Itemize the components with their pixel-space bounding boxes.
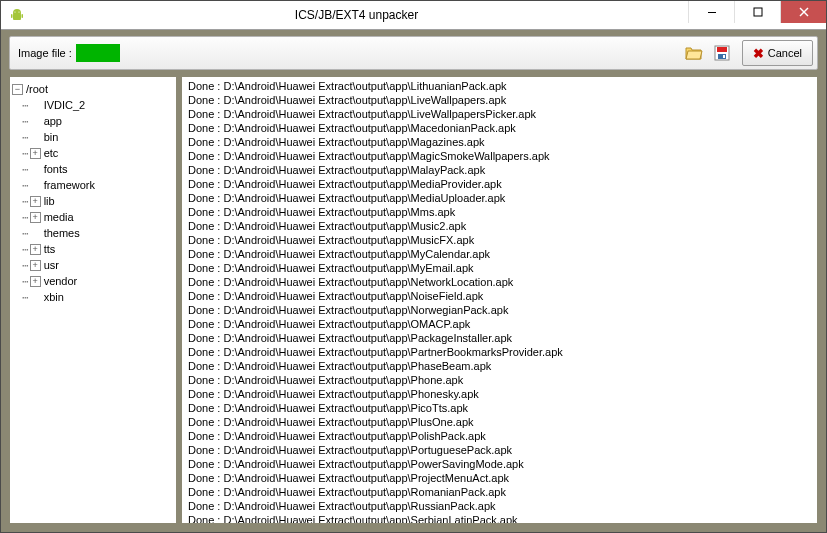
cancel-label: Cancel — [768, 47, 802, 59]
log-line: Done : D:\Android\Huawei Extract\output\… — [188, 219, 811, 233]
cancel-x-icon: ✖ — [753, 46, 764, 61]
svg-rect-13 — [723, 55, 725, 58]
tree-line-icon: ⋯ — [22, 291, 28, 304]
tree-line-icon: ⋯ — [22, 195, 28, 208]
log-line: Done : D:\Android\Huawei Extract\output\… — [188, 485, 811, 499]
tree-spacer — [30, 228, 41, 239]
tree-spacer — [30, 180, 41, 191]
expand-icon[interactable]: + — [30, 244, 41, 255]
expand-icon[interactable]: + — [30, 148, 41, 159]
log-line: Done : D:\Android\Huawei Extract\output\… — [188, 261, 811, 275]
tree-root[interactable]: −/root — [12, 81, 174, 97]
expand-icon[interactable]: + — [30, 260, 41, 271]
tree-line-icon: ⋯ — [22, 99, 28, 112]
expand-icon[interactable]: + — [30, 276, 41, 287]
app-window: ICS/JB/EXT4 unpacker Image file : ✖ Canc… — [0, 0, 827, 533]
tree-item[interactable]: ⋯IVDIC_2 — [12, 97, 174, 113]
tree-line-icon: ⋯ — [22, 163, 28, 176]
tree-item-label: etc — [44, 147, 59, 159]
log-line: Done : D:\Android\Huawei Extract\output\… — [188, 345, 811, 359]
log-output[interactable]: Done : D:\Android\Huawei Extract\output\… — [181, 76, 818, 524]
save-button[interactable] — [709, 40, 735, 66]
svg-rect-3 — [22, 14, 24, 18]
svg-rect-1 — [13, 14, 21, 20]
svg-rect-6 — [708, 12, 716, 13]
log-line: Done : D:\Android\Huawei Extract\output\… — [188, 457, 811, 471]
svg-rect-2 — [11, 14, 13, 18]
progress-indicator — [76, 44, 120, 62]
expand-icon[interactable]: + — [30, 196, 41, 207]
tree-item[interactable]: ⋯app — [12, 113, 174, 129]
log-line: Done : D:\Android\Huawei Extract\output\… — [188, 359, 811, 373]
log-line: Done : D:\Android\Huawei Extract\output\… — [188, 275, 811, 289]
android-icon — [9, 7, 25, 23]
log-line: Done : D:\Android\Huawei Extract\output\… — [188, 191, 811, 205]
log-line: Done : D:\Android\Huawei Extract\output\… — [188, 121, 811, 135]
window-controls — [688, 1, 826, 29]
tree-item[interactable]: ⋯bin — [12, 129, 174, 145]
tree-item-label: framework — [44, 179, 95, 191]
image-file-label: Image file : — [14, 47, 76, 59]
tree-item-label: vendor — [44, 275, 78, 287]
tree-item[interactable]: ⋯themes — [12, 225, 174, 241]
log-line: Done : D:\Android\Huawei Extract\output\… — [188, 513, 811, 524]
tree-line-icon: ⋯ — [22, 243, 28, 256]
log-line: Done : D:\Android\Huawei Extract\output\… — [188, 373, 811, 387]
cancel-button[interactable]: ✖ Cancel — [742, 40, 813, 66]
expand-icon[interactable]: + — [30, 212, 41, 223]
log-line: Done : D:\Android\Huawei Extract\output\… — [188, 471, 811, 485]
log-line: Done : D:\Android\Huawei Extract\output\… — [188, 303, 811, 317]
tree-item-label: IVDIC_2 — [44, 99, 86, 111]
log-line: Done : D:\Android\Huawei Extract\output\… — [188, 317, 811, 331]
tree-item[interactable]: ⋯fonts — [12, 161, 174, 177]
tree-spacer — [30, 132, 41, 143]
log-line: Done : D:\Android\Huawei Extract\output\… — [188, 387, 811, 401]
tree-item[interactable]: ⋯+lib — [12, 193, 174, 209]
tree-item[interactable]: ⋯framework — [12, 177, 174, 193]
minimize-button[interactable] — [688, 1, 734, 23]
tree-line-icon: ⋯ — [22, 211, 28, 224]
tree-spacer — [30, 164, 41, 175]
directory-tree[interactable]: −/root⋯IVDIC_2⋯app⋯bin⋯+etc⋯fonts⋯framew… — [9, 76, 177, 524]
tree-item[interactable]: ⋯+tts — [12, 241, 174, 257]
tree-line-icon: ⋯ — [22, 259, 28, 272]
tree-item-label: lib — [44, 195, 55, 207]
log-line: Done : D:\Android\Huawei Extract\output\… — [188, 415, 811, 429]
maximize-button[interactable] — [734, 1, 780, 23]
log-line: Done : D:\Android\Huawei Extract\output\… — [188, 331, 811, 345]
tree-line-icon: ⋯ — [22, 275, 28, 288]
tree-item[interactable]: ⋯+media — [12, 209, 174, 225]
tree-item[interactable]: ⋯+etc — [12, 145, 174, 161]
tree-spacer — [30, 100, 41, 111]
tree-item[interactable]: ⋯+usr — [12, 257, 174, 273]
log-line: Done : D:\Android\Huawei Extract\output\… — [188, 401, 811, 415]
tree-item-label: xbin — [44, 291, 64, 303]
tree-spacer — [30, 116, 41, 127]
tree-line-icon: ⋯ — [22, 115, 28, 128]
log-line: Done : D:\Android\Huawei Extract\output\… — [188, 163, 811, 177]
svg-point-4 — [14, 11, 15, 12]
log-line: Done : D:\Android\Huawei Extract\output\… — [188, 107, 811, 121]
open-folder-button[interactable] — [681, 40, 707, 66]
log-line: Done : D:\Android\Huawei Extract\output\… — [188, 79, 811, 93]
toolbar: Image file : ✖ Cancel — [9, 36, 818, 70]
tree-line-icon: ⋯ — [22, 131, 28, 144]
tree-item-label: bin — [44, 131, 59, 143]
log-line: Done : D:\Android\Huawei Extract\output\… — [188, 429, 811, 443]
tree-spacer — [30, 292, 41, 303]
tree-item[interactable]: ⋯+vendor — [12, 273, 174, 289]
tree-item-label: tts — [44, 243, 56, 255]
tree-line-icon: ⋯ — [22, 147, 28, 160]
log-line: Done : D:\Android\Huawei Extract\output\… — [188, 247, 811, 261]
log-line: Done : D:\Android\Huawei Extract\output\… — [188, 233, 811, 247]
svg-point-5 — [18, 11, 19, 12]
collapse-icon[interactable]: − — [12, 84, 23, 95]
log-line: Done : D:\Android\Huawei Extract\output\… — [188, 289, 811, 303]
log-line: Done : D:\Android\Huawei Extract\output\… — [188, 177, 811, 191]
close-button[interactable] — [780, 1, 826, 23]
titlebar: ICS/JB/EXT4 unpacker — [1, 1, 826, 30]
tree-item-label: themes — [44, 227, 80, 239]
tree-root-label: /root — [26, 83, 48, 95]
tree-item[interactable]: ⋯xbin — [12, 289, 174, 305]
log-line: Done : D:\Android\Huawei Extract\output\… — [188, 135, 811, 149]
